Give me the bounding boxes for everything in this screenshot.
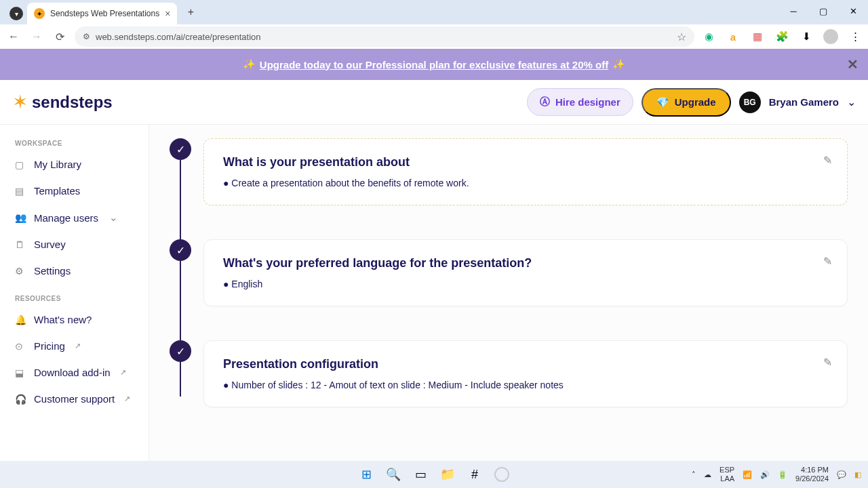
sidebar-item-survey[interactable]: 🗒Survey xyxy=(5,231,143,258)
profile-avatar-icon[interactable] xyxy=(823,29,838,44)
promo-link[interactable]: Upgrade today to our Professional plan f… xyxy=(260,59,608,70)
promo-suffix: ✨ xyxy=(612,58,625,70)
notifications-icon[interactable]: 💬 xyxy=(837,470,846,479)
logo[interactable]: ✶ sendsteps xyxy=(12,91,113,113)
browser-tab[interactable]: ✦ Sendsteps Web Presentations × xyxy=(27,3,177,24)
sidebar-item-label: Pricing xyxy=(34,340,65,352)
step-check-icon: ✓ xyxy=(170,239,191,261)
sidebar-item-customer-support[interactable]: 🎧Customer support↗ xyxy=(5,386,143,412)
sidebar-item-label: Survey xyxy=(34,239,66,250)
sidebar-item-whats-new[interactable]: 🔔What's new? xyxy=(5,306,143,333)
clock[interactable]: 4:16 PM9/26/2024 xyxy=(795,466,829,483)
chrome-icon[interactable] xyxy=(493,466,511,483)
step-card: Presentation configuration ● Number of s… xyxy=(203,340,848,407)
address-bar: ← → ⟳ ⚙ web.sendsteps.com/ai/create/pres… xyxy=(0,24,868,49)
volume-icon[interactable]: 🔊 xyxy=(760,470,770,479)
extension-grammarly-icon[interactable]: ◉ xyxy=(701,29,716,44)
page-viewport: ✨ Upgrade today to our Professional plan… xyxy=(0,49,868,461)
reload-button[interactable]: ⟳ xyxy=(52,28,68,45)
main-panel: ✓ What is your presentation about ● Crea… xyxy=(149,125,868,461)
step-card: What is your presentation about ● Create… xyxy=(203,138,848,205)
extensions-puzzle-icon[interactable]: 🧩 xyxy=(774,29,789,44)
sidebar-resources-label: RESOURCES xyxy=(5,291,143,306)
slack-icon[interactable]: # xyxy=(466,466,484,483)
external-link-icon: ↗ xyxy=(124,394,130,403)
back-button[interactable]: ← xyxy=(5,28,22,45)
windows-taskbar: ⊞ 🔍 ▭ 📁 # ˄ ☁ ESPLAA 📶 🔊 🔋 4:16 PM9/26/2… xyxy=(0,461,868,488)
step-language: ✓ What's your preferred language for the… xyxy=(170,239,848,306)
chevron-down-icon: ⌄ xyxy=(109,211,118,224)
step-check-icon: ✓ xyxy=(170,340,191,362)
external-link-icon: ↗ xyxy=(120,368,126,377)
sidebar-item-pricing[interactable]: ⊙Pricing↗ xyxy=(5,333,143,359)
search-icon[interactable]: 🔍 xyxy=(384,466,402,483)
sidebar-item-label: Customer support xyxy=(34,393,115,405)
upgrade-button[interactable]: 💎 Upgrade xyxy=(642,88,731,117)
url-text: web.sendsteps.com/ai/create/presentation xyxy=(96,32,261,42)
promo-banner: ✨ Upgrade today to our Professional plan… xyxy=(0,49,868,80)
sidebar-item-manage-users[interactable]: 👥Manage users⌄ xyxy=(5,204,143,231)
step-title: Presentation configuration xyxy=(223,357,828,371)
user-name: Bryan Gamero xyxy=(769,96,839,108)
avatar[interactable]: BG xyxy=(739,92,761,113)
url-input[interactable]: ⚙ web.sendsteps.com/ai/create/presentati… xyxy=(75,26,694,47)
sidebar-item-label: My Library xyxy=(34,159,81,170)
extension-icons: ◉ a ▦ 🧩 ⬇ ⋮ xyxy=(701,29,863,44)
step-card: What's your preferred language for the p… xyxy=(203,239,848,306)
language-indicator[interactable]: ESPLAA xyxy=(719,466,734,483)
forward-button[interactable]: → xyxy=(28,28,45,45)
file-explorer-icon[interactable]: 📁 xyxy=(439,466,456,483)
step-title: What's your preferred language for the p… xyxy=(223,256,828,270)
start-button[interactable]: ⊞ xyxy=(357,466,375,483)
support-icon: 🎧 xyxy=(15,394,26,405)
sidebar-item-label: Templates xyxy=(34,185,80,197)
sidebar: WORKSPACE ▢My Library ▤Templates 👥Manage… xyxy=(0,125,149,461)
edit-pencil-icon[interactable]: ✎ xyxy=(823,154,832,167)
minimize-button[interactable]: ─ xyxy=(778,0,808,22)
tab-close-icon[interactable]: × xyxy=(165,8,170,19)
logo-text: sendsteps xyxy=(32,93,113,112)
new-tab-button[interactable]: + xyxy=(181,3,200,22)
sidebar-item-settings[interactable]: ⚙Settings xyxy=(5,258,143,284)
survey-icon: 🗒 xyxy=(15,239,26,250)
downloads-icon[interactable]: ⬇ xyxy=(799,29,814,44)
tab-favicon: ✦ xyxy=(34,8,45,19)
extension-a-icon[interactable]: a xyxy=(726,29,741,44)
user-menu-chevron-icon[interactable]: ⌄ xyxy=(847,96,856,108)
tray-chevron-icon[interactable]: ˄ xyxy=(692,470,696,479)
external-link-icon: ↗ xyxy=(75,342,81,350)
sidebar-item-templates[interactable]: ▤Templates xyxy=(5,178,143,204)
battery-icon[interactable]: 🔋 xyxy=(778,470,787,479)
wifi-icon[interactable]: 📶 xyxy=(743,470,752,479)
tray-cloud-icon[interactable]: ☁ xyxy=(704,470,711,479)
edit-pencil-icon[interactable]: ✎ xyxy=(823,356,832,369)
step-configuration: ✓ Presentation configuration ● Number of… xyxy=(170,340,848,407)
close-window-button[interactable]: ✕ xyxy=(838,0,868,22)
upgrade-label: Upgrade xyxy=(675,96,716,108)
templates-icon: ▤ xyxy=(15,186,26,197)
maximize-button[interactable]: ▢ xyxy=(808,0,838,22)
sidebar-item-download-addin[interactable]: ⬓Download add-in↗ xyxy=(5,359,143,386)
sidebar-item-label: Settings xyxy=(34,265,71,277)
pricing-icon: ⊙ xyxy=(15,341,26,352)
bookmark-star-icon[interactable]: ☆ xyxy=(677,30,686,43)
promo-close-icon[interactable]: ✕ xyxy=(847,56,859,73)
hire-designer-button[interactable]: Ⓐ Hire designer xyxy=(527,88,633,116)
chrome-menu-icon[interactable]: ⋮ xyxy=(848,29,863,44)
step-body: ● Number of slides : 12 - Amout of text … xyxy=(223,380,828,390)
step-check-icon: ✓ xyxy=(170,138,191,160)
edit-pencil-icon[interactable]: ✎ xyxy=(823,255,832,268)
users-icon: 👥 xyxy=(15,212,26,223)
tab-search-dropdown[interactable]: ▾ xyxy=(9,7,23,20)
upgrade-gem-icon: 💎 xyxy=(656,96,669,108)
sidebar-item-my-library[interactable]: ▢My Library xyxy=(5,151,143,178)
browser-chrome: ▾ ✦ Sendsteps Web Presentations × + ─ ▢ … xyxy=(0,0,868,49)
extension-grid-icon[interactable]: ▦ xyxy=(750,29,765,44)
step-body: ● English xyxy=(223,279,828,289)
window-controls: ─ ▢ ✕ xyxy=(778,0,868,22)
tab-title: Sendsteps Web Presentations xyxy=(50,9,159,18)
site-info-icon[interactable]: ⚙ xyxy=(83,32,90,41)
bell-icon: 🔔 xyxy=(15,314,26,325)
tray-app-icon[interactable]: ◧ xyxy=(854,470,861,479)
task-view-icon[interactable]: ▭ xyxy=(412,466,429,483)
